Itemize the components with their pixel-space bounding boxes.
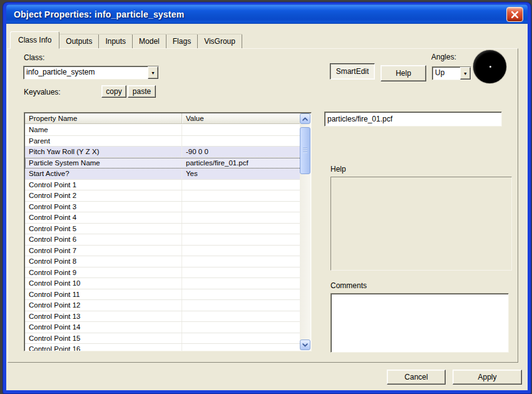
property-value-cell — [182, 190, 301, 201]
scroll-up-icon[interactable] — [300, 113, 310, 124]
property-name-cell: Control Point 9 — [25, 267, 182, 278]
property-name-cell: Control Point 1 — [25, 180, 182, 190]
property-name-cell: Control Point 7 — [25, 246, 182, 256]
property-name-cell: Control Point 13 — [25, 311, 182, 322]
property-value-cell — [182, 234, 301, 245]
property-name-cell: Control Point 15 — [25, 333, 182, 344]
property-list-header: Property Name Value — [25, 113, 301, 124]
property-value-cell — [182, 322, 301, 333]
comments-label: Comments — [330, 281, 367, 290]
table-row[interactable]: Control Point 4 — [25, 212, 301, 224]
dialog-body: Class InfoOutputsInputsModelFlagsVisGrou… — [6, 24, 528, 390]
table-row[interactable]: Control Point 15 — [25, 333, 301, 345]
property-value-cell — [182, 136, 301, 147]
property-name-cell: Control Point 2 — [25, 190, 182, 201]
table-row[interactable]: Control Point 1 — [25, 180, 301, 191]
angles-label: Angles: — [431, 53, 456, 61]
table-row[interactable]: Pitch Yaw Roll (Y Z X)-90 0 0 — [25, 147, 301, 158]
angle-compass-dial[interactable] — [473, 50, 506, 83]
table-row[interactable]: Control Point 7 — [25, 246, 301, 257]
property-value-cell — [182, 311, 301, 322]
window-title: Object Properties: info_particle_system — [14, 9, 184, 19]
property-value-cell — [182, 180, 301, 190]
table-row[interactable]: Control Point 6 — [25, 234, 301, 246]
table-row[interactable]: Control Point 5 — [25, 224, 301, 235]
property-value-cell — [182, 289, 301, 300]
table-row[interactable]: Control Point 14 — [25, 322, 301, 333]
keyvalues-label: Keyvalues: — [24, 88, 61, 96]
angles-combobox[interactable]: Up ▼ — [432, 66, 471, 80]
property-name-cell: Control Point 3 — [25, 202, 182, 212]
table-row[interactable]: Name — [25, 125, 301, 136]
tab-visgroup[interactable]: VisGroup — [198, 34, 242, 48]
class-combobox[interactable]: info_particle_system ▼ — [23, 66, 159, 80]
scrollbar-thumb[interactable] — [300, 127, 310, 174]
close-icon[interactable] — [506, 7, 523, 22]
property-value-cell: Yes — [182, 168, 301, 179]
tab-model[interactable]: Model — [133, 34, 166, 48]
chevron-up-glyph — [302, 117, 308, 121]
property-name-cell: Control Point 6 — [25, 234, 182, 245]
smartedit-toggle-button[interactable]: SmartEdit — [330, 63, 375, 80]
property-name-cell: Particle System Name — [25, 158, 182, 168]
selected-value-field-wrap — [324, 111, 502, 127]
table-row[interactable]: Control Point 12 — [25, 300, 301, 311]
tab-class-info[interactable]: Class Info — [10, 31, 59, 49]
table-row[interactable]: Control Point 2 — [25, 190, 301, 202]
property-name-cell: Control Point 12 — [25, 300, 182, 311]
property-name-cell: Control Point 5 — [25, 224, 182, 234]
property-value-cell — [182, 202, 301, 212]
selected-value-input[interactable] — [325, 112, 501, 126]
table-row[interactable]: Control Point 13 — [25, 311, 301, 323]
property-name-cell: Control Point 14 — [25, 322, 182, 333]
property-value-cell — [182, 246, 301, 256]
table-row[interactable]: Control Point 9 — [25, 267, 301, 279]
class-combobox-value: info_particle_system — [24, 66, 148, 79]
titlebar[interactable]: Object Properties: info_particle_system — [6, 4, 528, 24]
chevron-down-glyph — [302, 343, 308, 347]
table-row[interactable]: Start Active?Yes — [25, 168, 301, 180]
property-value-cell — [182, 278, 301, 289]
scroll-down-icon[interactable] — [300, 340, 310, 350]
column-header-property-name[interactable]: Property Name — [25, 113, 182, 123]
copy-button[interactable]: copy — [101, 85, 126, 98]
property-name-cell: Control Point 4 — [25, 212, 182, 223]
property-value-cell — [182, 300, 301, 311]
object-properties-window: Object Properties: info_particle_system … — [3, 3, 531, 393]
property-name-cell: Parent — [25, 136, 182, 147]
table-row[interactable]: Control Point 3 — [25, 202, 301, 213]
table-row[interactable]: Control Point 11 — [25, 289, 301, 301]
vertical-scrollbar[interactable] — [300, 113, 310, 350]
paste-button[interactable]: paste — [128, 85, 156, 98]
property-name-cell: Name — [25, 125, 182, 135]
help-button[interactable]: Help — [381, 65, 426, 81]
property-name-cell: Start Active? — [25, 168, 182, 179]
table-row[interactable]: Particle System Nameparticles/fire_01.pc… — [25, 158, 301, 169]
property-name-cell: Control Point 11 — [25, 289, 182, 300]
property-name-cell: Control Point 10 — [25, 278, 182, 289]
apply-button[interactable]: Apply — [453, 370, 522, 385]
table-row[interactable]: Control Point 10 — [25, 278, 301, 289]
class-label: Class: — [24, 53, 44, 62]
tab-strip: Class InfoOutputsInputsModelFlagsVisGrou… — [10, 31, 242, 48]
tab-outputs[interactable]: Outputs — [59, 34, 99, 48]
property-value-cell: -90 0 0 — [182, 147, 301, 157]
chevron-down-icon[interactable]: ▼ — [148, 66, 158, 79]
table-row[interactable]: Control Point 16 — [25, 344, 301, 351]
chevron-down-icon[interactable]: ▼ — [460, 67, 471, 80]
cancel-button[interactable]: Cancel — [387, 370, 446, 385]
angles-combobox-value: Up — [432, 67, 460, 80]
table-row[interactable]: Parent — [25, 136, 301, 147]
table-row[interactable]: Control Point 8 — [25, 256, 301, 267]
column-header-value[interactable]: Value — [182, 113, 301, 123]
property-list: Property Name Value NameParentPitch Yaw … — [24, 112, 312, 351]
tab-flags[interactable]: Flags — [166, 34, 198, 48]
property-value-cell — [182, 333, 301, 344]
property-value-cell — [182, 224, 301, 234]
help-section-label: Help — [330, 165, 346, 174]
help-content-box — [330, 177, 512, 271]
comments-textarea[interactable] — [330, 293, 509, 353]
property-value-cell — [182, 212, 301, 223]
tab-inputs[interactable]: Inputs — [99, 34, 133, 48]
property-value-cell — [182, 125, 301, 135]
